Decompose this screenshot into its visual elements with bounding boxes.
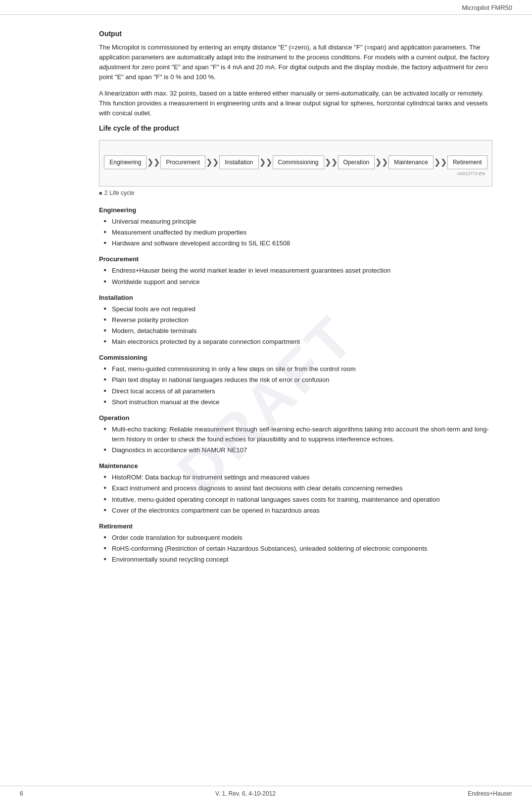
list-item: Intuitive, menu-guided operating concept… xyxy=(104,495,492,505)
list-item: Main electronics protected by a separate… xyxy=(104,337,492,347)
lifecycle-step-installation: ❯❯Installation xyxy=(205,155,258,169)
bullet-list-6: Order code translation for subsequent mo… xyxy=(99,533,492,565)
step-arrow-icon: ❯❯ xyxy=(375,158,388,166)
bullet-list-2: Special tools are not requiredReverse po… xyxy=(99,304,492,347)
fig-icon: ■ xyxy=(99,190,102,196)
output-section: Output The Micropilot is commissioned by… xyxy=(99,30,492,118)
list-item: Worldwide support and service xyxy=(104,277,492,287)
list-item: Fast, menu-guided commissioning in only … xyxy=(104,364,492,374)
output-paragraph-2: A linearization with max. 32 points, bas… xyxy=(99,89,492,118)
list-heading-2: Installation xyxy=(99,294,492,301)
list-item: RoHS-conforming (Restriction of certain … xyxy=(104,544,492,554)
list-item: Multi-echo tracking: Reliable measuremen… xyxy=(104,425,492,444)
list-item: Endress+Hauser being the world market le… xyxy=(104,266,492,276)
list-item: Plain text display in national languages… xyxy=(104,375,492,385)
list-item: Diagnostics in accordance with NAMUR NE1… xyxy=(104,445,492,455)
footer: 6 V. 1, Rev. 6, 4-10-2012 Endress+Hauser xyxy=(0,786,532,797)
main-content: Output The Micropilot is commissioned by… xyxy=(0,15,532,596)
step-arrow-icon: ❯❯ xyxy=(147,158,160,166)
footer-company: Endress+Hauser xyxy=(468,790,512,797)
step-box-label: Engineering xyxy=(104,155,146,169)
fig-caption-text: Life cycle xyxy=(109,190,134,196)
step-arrow-icon: ❯❯ xyxy=(434,158,447,166)
lifecycle-heading: Life cycle of the product xyxy=(99,124,492,132)
header-title: Micropilot FMR50 xyxy=(462,4,512,11)
bullet-list-5: HistoROM: Data backup for instrument set… xyxy=(99,473,492,516)
footer-version: V. 1, Rev. 6, 4-10-2012 xyxy=(215,790,276,797)
step-box-label: Operation xyxy=(338,155,375,169)
step-box-label: Installation xyxy=(219,155,258,169)
list-heading-5: Maintenance xyxy=(99,462,492,470)
list-item: Modern, detachable terminals xyxy=(104,326,492,336)
header-bar: Micropilot FMR50 xyxy=(0,0,532,15)
step-arrow-icon: ❯❯ xyxy=(259,158,272,166)
list-item: HistoROM: Data backup for instrument set… xyxy=(104,473,492,482)
lifecycle-step-operation: ❯❯Operation xyxy=(324,155,375,169)
lifecycle-diagram: Engineering❯❯Procurement❯❯Installation❯❯… xyxy=(104,155,487,169)
bullet-list-4: Multi-echo tracking: Reliable measuremen… xyxy=(99,425,492,455)
list-item: Hardware and software developed accordin… xyxy=(104,238,492,248)
list-item: Exact instrument and process diagnosis t… xyxy=(104,483,492,493)
step-box-label: Procurement xyxy=(160,155,205,169)
lifecycle-step-commissioning: ❯❯Commissioning xyxy=(259,155,324,169)
lifecycle-step-retirement: ❯❯Retirement xyxy=(434,155,487,169)
step-box-label: Commissioning xyxy=(273,155,324,169)
output-paragraph-1: The Micropilot is commissioned by enteri… xyxy=(99,43,492,83)
step-arrow-icon: ❯❯ xyxy=(325,158,338,166)
list-item: Environmentally sound recycling concept xyxy=(104,555,492,565)
list-item: Universal measuring principle xyxy=(104,217,492,227)
diagram-code: A0013773-EN xyxy=(104,171,487,176)
bullet-list-1: Endress+Hauser being the world market le… xyxy=(99,266,492,286)
list-item: Direct local access of all parameters xyxy=(104,386,492,396)
list-item: Short instruction manual at the device xyxy=(104,397,492,407)
lifecycle-step-procurement: ❯❯Procurement xyxy=(146,155,205,169)
list-heading-0: Engineering xyxy=(99,206,492,214)
list-item: Order code translation for subsequent mo… xyxy=(104,533,492,543)
list-heading-3: Commissioning xyxy=(99,354,492,361)
page: DRAFT Micropilot FMR50 Output The Microp… xyxy=(0,0,532,807)
lifecycle-step-engineering: Engineering xyxy=(104,155,146,169)
output-heading: Output xyxy=(99,30,492,38)
step-box-label: Retirement xyxy=(447,155,487,169)
lifecycle-diagram-container: Engineering❯❯Procurement❯❯Installation❯❯… xyxy=(99,140,492,187)
list-heading-4: Operation xyxy=(99,414,492,422)
footer-page-number: 6 xyxy=(20,790,23,797)
lifecycle-step-maintenance: ❯❯Maintenance xyxy=(375,155,434,169)
lifecycle-section: Life cycle of the product Engineering❯❯P… xyxy=(99,124,492,196)
fig-number: 2 xyxy=(104,190,108,196)
step-arrow-icon: ❯❯ xyxy=(206,158,219,166)
step-box-label: Maintenance xyxy=(388,155,434,169)
list-item: Reverse polarity protection xyxy=(104,315,492,325)
fig-caption: ■ 2 Life cycle xyxy=(99,190,492,196)
bullet-list-3: Fast, menu-guided commissioning in only … xyxy=(99,364,492,407)
list-heading-6: Retirement xyxy=(99,522,492,530)
list-sections: EngineeringUniversal measuring principle… xyxy=(99,206,492,565)
list-item: Special tools are not required xyxy=(104,304,492,314)
list-item: Cover of the electronics compartment can… xyxy=(104,506,492,516)
list-heading-1: Procurement xyxy=(99,255,492,263)
list-item: Measurement unaffected by medium propert… xyxy=(104,228,492,237)
bullet-list-0: Universal measuring principleMeasurement… xyxy=(99,217,492,248)
